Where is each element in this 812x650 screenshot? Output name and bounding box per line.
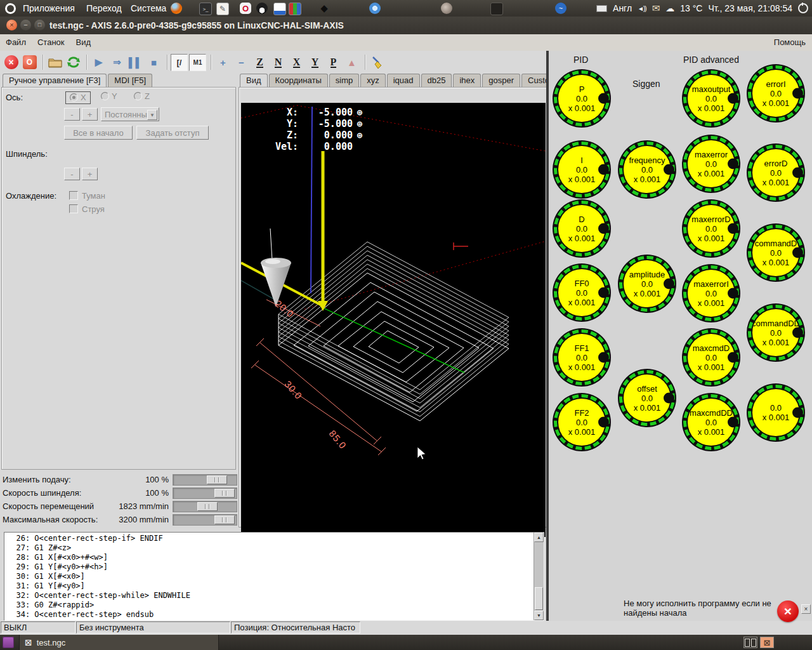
- knob-blank[interactable]: 0.0x 0.001: [747, 383, 805, 442]
- tab-mdi[interactable]: MDI [F5]: [108, 74, 152, 87]
- knob-offset[interactable]: offset0.0x 0.001: [618, 369, 676, 427]
- scroll-up-icon[interactable]: ▲: [534, 533, 544, 542]
- axis-radio-x[interactable]: X: [65, 91, 91, 104]
- slider-handle[interactable]: [214, 515, 235, 524]
- workspace-switcher-icon[interactable]: [743, 637, 757, 648]
- zoom-out-button[interactable]: −: [233, 54, 250, 71]
- knob-maxoutput[interactable]: maxoutput0.0x 0.001: [682, 69, 740, 128]
- gcode-line[interactable]: 34: O<center-rect-step> endsub: [7, 610, 532, 619]
- knob-amplitude[interactable]: amplitude0.0x 0.001: [618, 255, 676, 313]
- gcode-line[interactable]: 28: G1 X[#<x0>+#<w>]: [7, 553, 532, 562]
- taskbar-app-icon[interactable]: [3, 637, 14, 648]
- knob-errorI[interactable]: errorI0.0x 0.001: [747, 64, 805, 123]
- view-perspective-button[interactable]: P: [325, 54, 342, 71]
- chromium-icon[interactable]: [369, 3, 381, 14]
- rotate-view-button[interactable]: ▲: [343, 54, 360, 71]
- pause-program-button[interactable]: ▌▌: [127, 54, 144, 71]
- gimp-icon[interactable]: [441, 3, 452, 14]
- knob-maxcmdD[interactable]: maxcmdD0.0x 0.001: [682, 328, 740, 387]
- weather-icon[interactable]: ☁: [665, 3, 674, 13]
- knob-maxerror[interactable]: maxerror0.0x 0.001: [682, 135, 740, 193]
- preview-tab-вид[interactable]: Вид: [240, 74, 268, 88]
- toggle-optional-stop-button[interactable]: M1: [189, 54, 206, 71]
- preview-tab-gosper[interactable]: gosper: [482, 74, 520, 87]
- gcode-line[interactable]: 30: G1 X[#<x0>]: [7, 572, 532, 581]
- scrollbar-thumb[interactable]: [535, 587, 543, 610]
- firefox-icon[interactable]: [171, 3, 182, 14]
- scroll-down-icon[interactable]: ▼: [534, 611, 544, 620]
- view-z-rotated-button[interactable]: N: [270, 54, 287, 71]
- spindle-override-slider[interactable]: [173, 488, 237, 499]
- slider-handle[interactable]: [214, 489, 235, 498]
- inkscape-icon[interactable]: ◆: [318, 3, 330, 14]
- menu-file[interactable]: Файл: [0, 34, 32, 51]
- taskbar-task-testngc[interactable]: ⊠ test.ngc: [19, 635, 219, 650]
- keyboard-layout-icon[interactable]: [596, 5, 607, 12]
- gcode-scrollbar[interactable]: ▲ ▼: [534, 533, 544, 620]
- preview-tab-db25[interactable]: db25: [421, 74, 452, 87]
- view-x-button[interactable]: X: [288, 54, 305, 71]
- slider-handle[interactable]: [197, 502, 218, 511]
- opera-icon[interactable]: O: [240, 3, 251, 14]
- menu-machine[interactable]: Станок: [32, 34, 70, 51]
- notification-close-button[interactable]: ×: [801, 604, 811, 614]
- knob-maxcmdDD[interactable]: maxcmdDD0.0x 0.001: [682, 393, 740, 451]
- preview-tab-xyz[interactable]: xyz: [360, 74, 386, 87]
- show-desktop-icon[interactable]: ⊠: [760, 637, 774, 648]
- coolant-flood-checkbox[interactable]: Струя: [69, 204, 105, 214]
- knob-P[interactable]: P0.0x 0.001: [553, 69, 611, 128]
- machine-power-button[interactable]: O: [21, 54, 38, 71]
- preview-tab-simp[interactable]: simp: [329, 74, 359, 87]
- knob-maxerrorI[interactable]: maxerrorI0.0x 0.001: [682, 264, 740, 322]
- menu-view[interactable]: Вид: [70, 34, 97, 51]
- office-writer-icon[interactable]: [273, 3, 286, 15]
- clock-label[interactable]: Чт., 23 мая, 21:08:54: [708, 3, 792, 13]
- window-maximize-button[interactable]: □: [34, 20, 45, 30]
- preview-tab-iquad[interactable]: iquad: [387, 74, 420, 87]
- gnome-menu-1[interactable]: Приложения: [19, 0, 79, 17]
- knob-commandDD[interactable]: commandDD0.0x 0.001: [747, 303, 805, 362]
- knob-I[interactable]: I0.0x 0.001: [553, 140, 611, 199]
- reload-file-button[interactable]: [65, 54, 82, 71]
- error-icon[interactable]: ×: [777, 600, 799, 622]
- knob-frequency[interactable]: frequency0.0x 0.001: [618, 140, 676, 199]
- screenshot-tool-icon[interactable]: [490, 3, 503, 15]
- max-velocity-slider[interactable]: [173, 514, 237, 526]
- jog-speed-slider[interactable]: [173, 501, 237, 512]
- window-minimize-button[interactable]: −: [20, 20, 31, 30]
- zoom-in-button[interactable]: +: [214, 54, 232, 71]
- jog-plus-button[interactable]: +: [82, 108, 98, 121]
- preview-tab-ihex[interactable]: ihex: [453, 74, 481, 87]
- spindle-plus-button[interactable]: +: [82, 168, 98, 180]
- gcode-line[interactable]: 31: G1 Y[#<y0>]: [7, 581, 532, 591]
- tux-icon[interactable]: [256, 3, 268, 14]
- text-editor-icon[interactable]: ✎: [216, 3, 229, 15]
- knob-D[interactable]: D0.0x 0.001: [553, 199, 611, 258]
- toggle-skip-lines-button[interactable]: [/: [171, 54, 188, 71]
- axis-radio-y[interactable]: Y: [101, 91, 117, 101]
- ubuntu-logo-icon[interactable]: [5, 3, 16, 14]
- feed-override-slider[interactable]: [173, 474, 237, 486]
- gcode-listing[interactable]: 26: O<center-rect-step-if> ENDIF 27: G1 …: [4, 532, 544, 621]
- jog-mode-select[interactable]: Постоянный ▼: [101, 107, 159, 121]
- chevron-down-icon[interactable]: ▼: [147, 110, 157, 120]
- clear-plot-button[interactable]: [369, 54, 386, 71]
- preview-tab-координаты[interactable]: Координаты: [269, 74, 328, 87]
- stop-program-button[interactable]: ■: [145, 54, 162, 71]
- gnome-menu-2[interactable]: Переход: [82, 0, 126, 17]
- temperature-label[interactable]: 13 °C: [680, 3, 702, 13]
- run-from-line-button[interactable]: ⇒: [108, 54, 126, 71]
- gcode-line[interactable]: 33: G0 Z#<rappid>: [7, 600, 532, 610]
- shutdown-icon[interactable]: [798, 3, 808, 13]
- window-close-button[interactable]: ×: [6, 20, 17, 30]
- axis-radio-z[interactable]: Z: [134, 91, 150, 101]
- jog-minus-button[interactable]: -: [64, 108, 80, 121]
- view-y-button[interactable]: Y: [306, 54, 324, 71]
- gcode-line[interactable]: 26: O<center-rect-step-if> ENDIF: [7, 534, 532, 543]
- office-chart-icon[interactable]: [289, 3, 301, 15]
- tab-manual-control[interactable]: Ручное управление [F3]: [3, 74, 107, 88]
- knob-FF1[interactable]: FF10.0x 0.001: [553, 328, 611, 387]
- knob-FF0[interactable]: FF00.0x 0.001: [553, 263, 611, 322]
- open-file-button[interactable]: [46, 54, 63, 71]
- gnome-menu-3[interactable]: Система: [127, 0, 170, 17]
